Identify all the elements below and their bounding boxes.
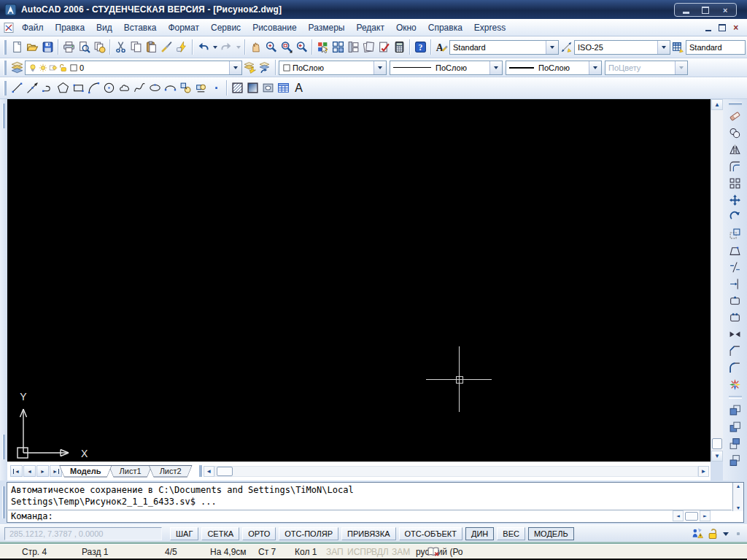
scroll-up-arrow[interactable]: ▲	[736, 483, 741, 489]
toggle-osnap[interactable]: ПРИВЯЗКА	[341, 527, 395, 540]
toggle-otrack[interactable]: ОТС-ОБЪЕКТ	[399, 527, 462, 540]
markup-set-manager-button[interactable]	[376, 39, 392, 55]
table-button[interactable]	[276, 80, 291, 96]
toggle-model[interactable]: МОДЕЛЬ	[528, 527, 574, 540]
break-at-point-button[interactable]	[727, 292, 743, 308]
make-block-button[interactable]	[193, 80, 209, 96]
explode-button[interactable]	[727, 376, 743, 392]
menu-draw[interactable]: Рисование	[247, 20, 302, 35]
publish-button[interactable]	[92, 39, 107, 55]
sun-viewport-icon[interactable]	[49, 63, 58, 72]
tab-layout1[interactable]: Лист1	[109, 465, 152, 478]
zoom-realtime-button[interactable]	[263, 39, 279, 55]
tab-nav-prev-button[interactable]: ◄	[23, 465, 36, 477]
tab-nav-next-button[interactable]: ►	[36, 465, 49, 477]
designcenter-button[interactable]	[330, 39, 346, 55]
color-combo[interactable]: ПоСлою	[279, 61, 387, 75]
command-history[interactable]: Автоматическое сохранение в C:\Documents…	[8, 483, 732, 510]
array-button[interactable]	[727, 175, 743, 191]
command-scrollbar[interactable]: ▲▼	[732, 483, 743, 511]
copy-button[interactable]	[128, 39, 144, 55]
sheet-set-manager-button[interactable]	[361, 39, 376, 55]
plot-button[interactable]	[61, 39, 77, 55]
send-under-objects-button[interactable]	[727, 452, 743, 468]
menu-modify[interactable]: Редакт	[350, 20, 390, 35]
scroll-down-arrow[interactable]: ▼	[711, 451, 723, 462]
ellipse-arc-button[interactable]	[163, 80, 178, 96]
menu-window[interactable]: Окно	[390, 20, 422, 35]
combo-dropdown-button[interactable]	[229, 61, 241, 74]
restore-button[interactable]	[697, 5, 714, 15]
copy-object-button[interactable]	[727, 125, 743, 141]
new-button[interactable]	[9, 39, 25, 55]
paste-button[interactable]	[144, 39, 159, 55]
redo-button[interactable]	[219, 39, 234, 55]
coordinate-readout[interactable]: 285.1212, 7.3787 , 0.0000	[4, 527, 162, 540]
tab-layout2[interactable]: Лист2	[149, 465, 193, 478]
scroll-right-arrow[interactable]: ►	[698, 466, 709, 477]
vertical-scroll-thumb[interactable]	[712, 438, 722, 449]
join-button[interactable]	[727, 326, 743, 342]
combo-dropdown-button[interactable]	[489, 61, 502, 74]
trim-button[interactable]	[727, 259, 743, 275]
toolbar-grip[interactable]	[4, 40, 7, 55]
scrollbar-splitter[interactable]	[198, 465, 202, 477]
toolbar-grip[interactable]	[729, 102, 742, 105]
move-button[interactable]	[727, 192, 743, 208]
toolbar-grip[interactable]	[4, 81, 7, 96]
menu-insert[interactable]: Вставка	[118, 20, 163, 35]
sun-icon[interactable]	[39, 63, 47, 72]
circle-button[interactable]	[101, 80, 117, 96]
save-button[interactable]	[40, 39, 55, 55]
horizontal-scroll-thumb[interactable]	[685, 512, 698, 521]
minimize-button[interactable]	[677, 5, 694, 15]
block-editor-button[interactable]	[174, 39, 190, 55]
lock-open-icon[interactable]	[59, 63, 68, 72]
insert-block-button[interactable]	[178, 80, 193, 96]
menu-express[interactable]: Express	[468, 20, 511, 35]
tool-palettes-button[interactable]	[346, 39, 361, 55]
pan-button[interactable]	[248, 39, 263, 55]
layer-properties-button[interactable]	[9, 60, 25, 76]
extend-button[interactable]	[727, 276, 743, 292]
command-h-scrollbar[interactable]: ◄ ►	[673, 510, 711, 521]
text-style-button[interactable]	[434, 39, 449, 55]
combo-dropdown-button[interactable]	[374, 61, 386, 74]
menu-format[interactable]: Формат	[162, 20, 205, 35]
help-button[interactable]	[413, 39, 428, 55]
construction-line-button[interactable]	[25, 80, 40, 96]
line-button[interactable]	[9, 80, 25, 96]
horizontal-scroll-thumb[interactable]	[217, 467, 233, 476]
toggle-dyn[interactable]: ДИН	[465, 527, 494, 540]
match-properties-button[interactable]	[159, 39, 174, 55]
undo-history-button[interactable]	[211, 39, 219, 55]
mdi-close-icon[interactable]: ×	[733, 23, 738, 32]
lineweight-combo[interactable]: ПоСлою	[506, 61, 602, 75]
toolbar-grip[interactable]	[4, 61, 7, 75]
rectangle-button[interactable]	[71, 80, 86, 96]
layer-combo[interactable]: 0	[25, 61, 242, 75]
break-button[interactable]	[727, 309, 743, 325]
properties-button[interactable]	[315, 39, 330, 55]
polygon-button[interactable]	[55, 80, 71, 96]
dim-style-button[interactable]	[559, 39, 574, 55]
combo-dropdown-button[interactable]	[657, 41, 670, 54]
polyline-button[interactable]	[40, 80, 55, 96]
text-style-combo[interactable]: Standard	[449, 40, 559, 55]
tab-nav-first-button[interactable]: ◄	[10, 465, 23, 477]
table-style-combo[interactable]: Standard	[686, 40, 746, 55]
erase-button[interactable]	[727, 108, 743, 124]
menu-help[interactable]: Справка	[422, 20, 468, 35]
toggle-grid[interactable]: СЕТКА	[201, 527, 239, 540]
cut-button[interactable]	[113, 39, 128, 55]
tab-model[interactable]: Модель	[59, 465, 112, 478]
fillet-button[interactable]	[727, 359, 743, 376]
toggle-ortho[interactable]: ОРТО	[242, 527, 276, 540]
combo-dropdown-button[interactable]	[546, 41, 558, 54]
communication-center-icon[interactable]	[691, 527, 703, 540]
make-object-layer-current-button[interactable]	[242, 60, 258, 76]
command-prompt[interactable]: Команда: ◄ ►	[8, 510, 743, 521]
combo-dropdown-button[interactable]	[589, 61, 601, 74]
close-button[interactable]: ×	[716, 5, 734, 15]
zoom-previous-button[interactable]	[294, 39, 309, 55]
